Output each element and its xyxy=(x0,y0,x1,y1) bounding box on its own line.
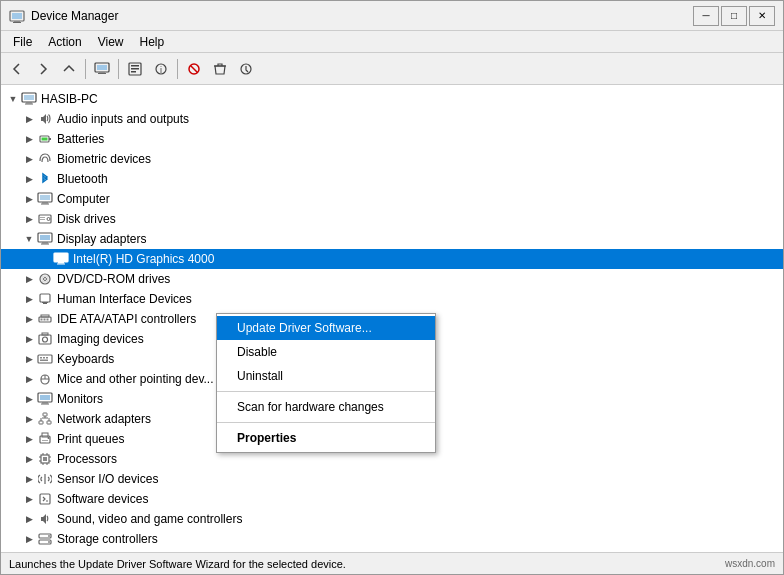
expand-sound[interactable]: ▶ xyxy=(21,511,37,527)
processors-icon xyxy=(37,451,53,467)
tree-item-storage[interactable]: ▶ Storage controllers xyxy=(1,529,783,549)
menu-action[interactable]: Action xyxy=(40,33,89,51)
batteries-label: Batteries xyxy=(57,132,104,146)
title-bar-text: Device Manager xyxy=(31,9,693,23)
expand-biometric[interactable]: ▶ xyxy=(21,151,37,167)
tree-item-audio[interactable]: ▶ Audio inputs and outputs xyxy=(1,109,783,129)
svg-point-40 xyxy=(42,276,48,282)
up-button[interactable] xyxy=(57,57,81,81)
display-label: Display adapters xyxy=(57,232,146,246)
expand-display[interactable]: ▼ xyxy=(21,231,37,247)
sensor-icon xyxy=(37,471,53,487)
expand-software[interactable]: ▶ xyxy=(21,491,37,507)
svg-rect-9 xyxy=(131,65,139,67)
tree-item-display[interactable]: ▼ Display adapters xyxy=(1,229,783,249)
ctx-scan[interactable]: Scan for hardware changes xyxy=(217,395,435,419)
tree-item-disk[interactable]: ▶ Disk drives xyxy=(1,209,783,229)
svg-rect-67 xyxy=(42,440,48,441)
ctx-update[interactable]: Update Driver Software... xyxy=(217,316,435,340)
expand-human[interactable]: ▶ xyxy=(21,291,37,307)
device-manager-window: Device Manager ─ □ ✕ File Action View He… xyxy=(0,0,784,575)
svg-rect-53 xyxy=(40,357,42,359)
expand-imaging[interactable]: ▶ xyxy=(21,331,37,347)
intel-icon xyxy=(53,251,69,267)
expand-computer[interactable]: ▶ xyxy=(21,191,37,207)
tree-item-intel[interactable]: Intel(R) HD Graphics 4000 xyxy=(1,249,783,269)
tree-item-software[interactable]: ▶ Software devices xyxy=(1,489,783,509)
svg-rect-68 xyxy=(42,442,46,443)
tree-item-sound[interactable]: ▶ Sound, video and game controllers xyxy=(1,509,783,529)
expand-network[interactable]: ▶ xyxy=(21,411,37,427)
tree-item-dvd[interactable]: ▶ DVD/CD-ROM drives xyxy=(1,269,783,289)
svg-rect-5 xyxy=(97,65,107,70)
menu-view[interactable]: View xyxy=(90,33,132,51)
expand-monitors[interactable]: ▶ xyxy=(21,391,37,407)
expand-bluetooth[interactable]: ▶ xyxy=(21,171,37,187)
storage-icon xyxy=(37,531,53,547)
tree-item-bluetooth[interactable]: ▶ Bluetooth xyxy=(1,169,783,189)
status-text: Launches the Update Driver Software Wiza… xyxy=(9,558,346,570)
software-label: Software devices xyxy=(57,492,148,506)
network-label: Network adapters xyxy=(57,412,151,426)
expand-system[interactable]: ▶ xyxy=(21,551,37,552)
forward-button[interactable] xyxy=(31,57,55,81)
svg-rect-49 xyxy=(39,335,51,344)
tree-item-computer[interactable]: ▶ Computer xyxy=(1,189,783,209)
expand-batteries[interactable]: ▶ xyxy=(21,131,37,147)
human-icon xyxy=(37,291,53,307)
expand-audio[interactable]: ▶ xyxy=(21,111,37,127)
expand-storage[interactable]: ▶ xyxy=(21,531,37,547)
expand-processors[interactable]: ▶ xyxy=(21,451,37,467)
back-button[interactable] xyxy=(5,57,29,81)
svg-point-75 xyxy=(48,535,50,537)
svg-rect-71 xyxy=(43,457,47,461)
ctx-uninstall[interactable]: Uninstall xyxy=(217,364,435,388)
keyboards-icon xyxy=(37,351,53,367)
tree-item-sensor[interactable]: ▶ Sensor I/O devices xyxy=(1,469,783,489)
tree-item-batteries[interactable]: ▶ Batteries xyxy=(1,129,783,149)
svg-rect-37 xyxy=(57,264,65,265)
close-button[interactable]: ✕ xyxy=(749,6,775,26)
expand-ide[interactable]: ▶ xyxy=(21,311,37,327)
tree-item-human[interactable]: ▶ Human Interface Devices xyxy=(1,289,783,309)
tree-root[interactable]: ▼ HASIB-PC xyxy=(1,89,783,109)
svg-rect-61 xyxy=(41,404,49,405)
toolbar-separator-2 xyxy=(118,59,119,79)
sensor-label: Sensor I/O devices xyxy=(57,472,158,486)
tree-item-biometric[interactable]: ▶ Biometric devices xyxy=(1,149,783,169)
disable-button[interactable] xyxy=(182,57,206,81)
svg-rect-25 xyxy=(41,204,49,205)
uninstall-button[interactable] xyxy=(208,57,232,81)
expand-root[interactable]: ▼ xyxy=(5,91,21,107)
ctx-disable[interactable]: Disable xyxy=(217,340,435,364)
dvd-icon xyxy=(37,271,53,287)
imaging-label: Imaging devices xyxy=(57,332,144,346)
expand-dvd[interactable]: ▶ xyxy=(21,271,37,287)
update-driver-button[interactable]: i xyxy=(149,57,173,81)
maximize-button[interactable]: □ xyxy=(721,6,747,26)
svg-rect-23 xyxy=(40,195,50,200)
biometric-label: Biometric devices xyxy=(57,152,151,166)
expand-disk[interactable]: ▶ xyxy=(21,211,37,227)
expand-mice[interactable]: ▶ xyxy=(21,371,37,387)
svg-rect-41 xyxy=(40,294,50,302)
scan-button[interactable] xyxy=(234,57,258,81)
svg-rect-56 xyxy=(40,360,48,362)
properties-button[interactable] xyxy=(123,57,147,81)
expand-sensor[interactable]: ▶ xyxy=(21,471,37,487)
menu-help[interactable]: Help xyxy=(132,33,173,51)
computer-button[interactable] xyxy=(90,57,114,81)
ctx-properties[interactable]: Properties xyxy=(217,426,435,450)
tree-item-system[interactable]: ▶ System devices xyxy=(1,549,783,552)
ctx-sep-2 xyxy=(217,422,435,423)
monitors-icon xyxy=(37,391,53,407)
expand-print[interactable]: ▶ xyxy=(21,431,37,447)
minimize-button[interactable]: ─ xyxy=(693,6,719,26)
svg-rect-35 xyxy=(56,255,66,260)
monitors-label: Monitors xyxy=(57,392,103,406)
expand-keyboards[interactable]: ▶ xyxy=(21,351,37,367)
svg-rect-31 xyxy=(40,235,50,240)
processors-label: Processors xyxy=(57,452,117,466)
svg-rect-29 xyxy=(40,219,45,220)
menu-file[interactable]: File xyxy=(5,33,40,51)
